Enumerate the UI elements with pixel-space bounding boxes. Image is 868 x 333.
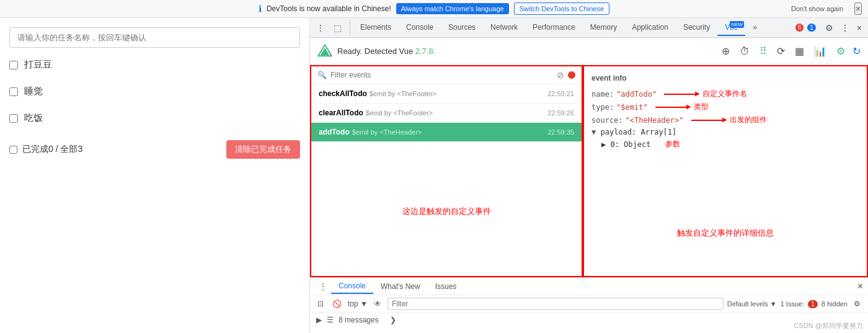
tab-issues[interactable]: Issues (428, 280, 464, 293)
console-tabs-bar: ⋮ Console What's New Issues × (310, 278, 868, 295)
app-panel: 打豆豆 睡觉 吃饭 已完成0 / 全部3 清除已完成任务 (0, 18, 310, 333)
event-time-2: 22:59:26 (547, 109, 574, 117)
event-info-bottom-annotation: 触发自定义事件的详细信息 (584, 228, 867, 239)
event-meta-2: $emit by <TheFooter> (366, 109, 433, 117)
name-annotation: 自定义事件名 (702, 89, 747, 99)
todo-checkbox-2[interactable] (9, 87, 18, 96)
event-info-panel: event info name: "addTodo" ▶ 自定义事件名 (583, 65, 868, 277)
tab-performance[interactable]: Performance (525, 20, 583, 36)
vue-timeline-btn[interactable]: ⏱ (737, 43, 752, 60)
vue-refresh-btn[interactable]: ↻ (852, 45, 861, 57)
event-time-1: 22:59:21 (547, 90, 574, 97)
payload-type: Array[1] (641, 128, 677, 136)
console-dots-button[interactable]: ⋮ (315, 282, 331, 291)
vue-vuex-btn[interactable]: ⟳ (774, 43, 787, 60)
console-settings-button[interactable]: ⚙ (851, 298, 863, 309)
tab-vue[interactable]: Vue NEW (717, 20, 745, 36)
table-row[interactable]: addTodo $emit by <TheHeader> 22:59:35 (311, 123, 582, 142)
messages-icon: ☰ (327, 316, 334, 324)
vue-router-btn[interactable]: ▦ (792, 43, 807, 60)
event-info-source-row: source: "<TheHeader>" ▶ 出发的组件 (591, 115, 859, 125)
switch-devtools-button[interactable]: Switch DevTools to Chinese (514, 2, 609, 15)
tab-network[interactable]: Network (483, 20, 525, 36)
error-badge: 6 (795, 24, 804, 32)
tab-security[interactable]: Security (676, 20, 717, 36)
messages-count: 8 messages (339, 316, 379, 324)
list-item: 打豆豆 (9, 55, 300, 74)
main-layout: 打豆豆 睡觉 吃饭 已完成0 / 全部3 清除已完成任务 ⋮ ⬚ Element… (0, 18, 868, 333)
check-all-checkbox[interactable] (9, 146, 17, 154)
footer-text: 已完成0 / 全部3 (9, 144, 82, 155)
console-expand-button[interactable]: ⊡ (315, 298, 326, 309)
tab-application[interactable]: Application (624, 20, 676, 36)
devtools-left-icons: ⋮ ⬚ (313, 20, 350, 35)
clear-events-button[interactable]: ⊘ (557, 70, 564, 80)
devtools-close-button[interactable]: × (854, 20, 865, 35)
param-annotation: 参数 (665, 139, 680, 149)
console-filter-input[interactable] (388, 298, 724, 310)
devtools-more-button[interactable]: ⋮ (838, 20, 852, 35)
completion-status: 已完成0 / 全部3 (22, 144, 82, 155)
console-context-label: top ▼ (348, 300, 368, 308)
type-annotation: 类型 (694, 102, 709, 112)
console-close-button[interactable]: × (857, 281, 863, 292)
filter-icon: 🔍 (317, 71, 327, 79)
vue-settings-btn[interactable]: ⚙ (834, 43, 848, 60)
events-filter-bar: 🔍 ⊘ (311, 66, 582, 84)
todo-checkbox-1[interactable] (9, 61, 18, 69)
source-key: source: (591, 116, 623, 125)
todo-label-1: 打豆豆 (24, 59, 52, 71)
arrow-3: ▶ (691, 120, 722, 121)
todo-label-3: 吃饭 (24, 112, 43, 124)
console-prompt: ❯ (390, 316, 396, 324)
payload-collapse[interactable]: ▼ (591, 128, 596, 136)
events-panel: 🔍 ⊘ checkAllTodo $emit by <TheFooter> 22… (310, 65, 583, 277)
arrow-1: ▶ (664, 94, 695, 95)
source-annotation: 出发的组件 (730, 115, 767, 125)
name-key: name: (591, 90, 614, 99)
todo-footer: 已完成0 / 全部3 清除已完成任务 (9, 140, 300, 159)
notification-close-button[interactable]: × (854, 2, 862, 15)
messages-expand-button[interactable]: ▶ (316, 316, 322, 324)
devtools-panel: ⋮ ⬚ Elements Console Sources Network Per… (310, 18, 868, 333)
issue-count-label: 1 Issue: (781, 300, 805, 308)
tab-console-bottom[interactable]: Console (331, 279, 373, 294)
tab-whats-new[interactable]: What's New (373, 280, 428, 293)
event-info-payload-row: ▼ payload: Array[1] (591, 128, 859, 136)
devtools-settings-button[interactable]: ⚙ (822, 20, 836, 35)
vue-components-btn[interactable]: ⠿ (757, 43, 769, 60)
vue-component-inspector-btn[interactable]: ⊕ (719, 43, 732, 60)
filter-events-input[interactable] (330, 71, 553, 79)
todo-input[interactable] (9, 27, 300, 48)
event-info-type-row: type: "$emit" ▶ 类型 (591, 102, 859, 112)
devtools-menu-button[interactable]: ⋮ (313, 20, 328, 35)
table-row[interactable]: clearAllTodo $emit by <TheFooter> 22:59:… (311, 104, 582, 123)
vue-new-badge: NEW (730, 21, 744, 28)
always-match-button[interactable]: Always match Chrome's language (396, 3, 509, 14)
clear-completed-button[interactable]: 清除已完成任务 (226, 140, 300, 159)
tab-more[interactable]: » (745, 20, 764, 36)
watermark: CSDN @郑同学要努力 (794, 321, 863, 331)
todo-label-2: 睡觉 (24, 86, 43, 97)
tab-sources[interactable]: Sources (441, 20, 483, 36)
vue-perf-btn[interactable]: 📊 (812, 43, 829, 60)
event-name-1: checkAllTodo (319, 89, 367, 98)
notification-message: DevTools is now available in Chinese! (267, 4, 391, 13)
record-button[interactable] (568, 71, 575, 79)
todo-checkbox-3[interactable] (9, 114, 18, 123)
console-body: ▶ ☰ 8 messages ❯ (310, 313, 868, 327)
tab-memory[interactable]: Memory (583, 20, 624, 36)
vue-status: Ready. Detected Vue 2.7.8. (337, 47, 435, 56)
devtools-inspect-button[interactable]: ⬚ (330, 20, 345, 35)
console-eye-button[interactable]: 👁 (371, 298, 384, 309)
console-clear-button[interactable]: 🚫 (330, 298, 344, 309)
table-row[interactable]: checkAllTodo $emit by <TheFooter> 22:59:… (311, 84, 582, 104)
tab-elements[interactable]: Elements (353, 20, 399, 36)
console-level-select[interactable]: Default levels ▼ (727, 300, 777, 308)
event-meta-1: $emit by <TheFooter> (370, 90, 436, 97)
event-list: checkAllTodo $emit by <TheFooter> 22:59:… (311, 84, 582, 276)
dont-show-link[interactable]: Don't show again (791, 5, 843, 12)
vue-devtools-body: 🔍 ⊘ checkAllTodo $emit by <TheFooter> 22… (310, 65, 868, 277)
tab-console[interactable]: Console (399, 20, 441, 36)
payload-child-row: ▶ 0: Object 参数 (591, 139, 859, 149)
